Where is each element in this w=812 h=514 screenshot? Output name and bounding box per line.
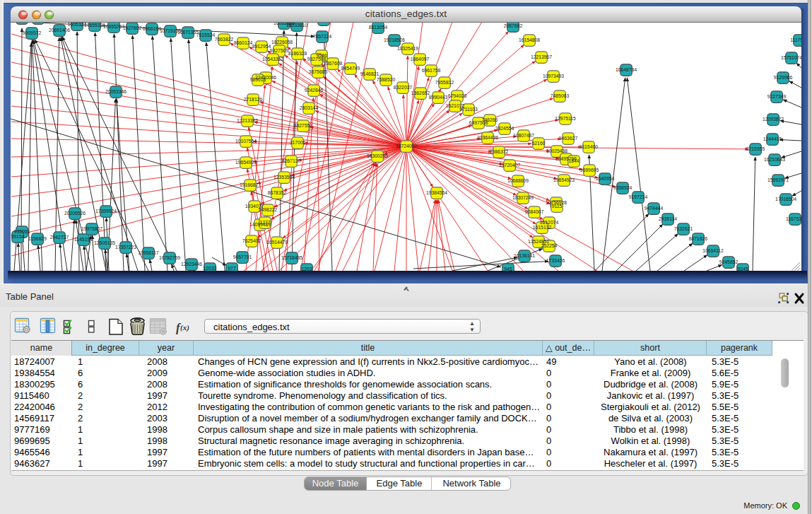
- svg-text:10107554: 10107554: [235, 139, 257, 144]
- svg-text:252254: 252254: [541, 243, 558, 248]
- svg-text:989013: 989013: [250, 77, 266, 82]
- svg-text:9129966: 9129966: [774, 75, 793, 80]
- svg-text:20053346: 20053346: [105, 89, 126, 94]
- svg-text:20691406: 20691406: [49, 28, 70, 33]
- svg-text:8186328: 8186328: [288, 51, 307, 56]
- svg-text:39154: 39154: [11, 234, 25, 239]
- svg-text:18226058: 18226058: [271, 40, 293, 45]
- svg-text:17655326: 17655326: [84, 23, 105, 28]
- svg-text:10543362: 10543362: [262, 57, 283, 62]
- svg-text:16154808: 16154808: [519, 37, 540, 42]
- svg-text:12213967: 12213967: [531, 54, 552, 59]
- svg-text:18300295: 18300295: [367, 153, 388, 158]
- svg-text:8990443: 8990443: [429, 95, 448, 100]
- svg-text:16210643: 16210643: [764, 157, 785, 162]
- svg-text:15720407: 15720407: [499, 163, 520, 168]
- svg-text:16648784: 16648784: [616, 67, 637, 72]
- svg-text:12353594: 12353594: [273, 175, 295, 180]
- svg-text:1156829: 1156829: [28, 236, 47, 241]
- svg-text:7485063: 7485063: [551, 93, 570, 98]
- svg-text:7857224: 7857224: [313, 34, 332, 39]
- svg-text:15716485: 15716485: [281, 255, 302, 260]
- svg-text:18325419: 18325419: [397, 46, 418, 51]
- svg-text:1864097: 1864097: [411, 57, 430, 62]
- svg-text:1640954: 1640954: [596, 176, 615, 181]
- svg-text:8678352: 8678352: [268, 190, 287, 195]
- svg-text:1203: 1203: [301, 267, 312, 271]
- svg-text:9197214: 9197214: [629, 194, 648, 199]
- svg-text:16136141: 16136141: [514, 253, 535, 258]
- svg-text:9084067: 9084067: [525, 209, 544, 214]
- svg-text:10807487: 10807487: [513, 133, 534, 138]
- svg-text:317006: 317006: [290, 140, 306, 145]
- svg-text:19218506: 19218506: [384, 37, 405, 42]
- svg-text:6961758: 6961758: [422, 68, 441, 73]
- svg-text:10025438: 10025438: [546, 148, 567, 153]
- svg-text:8267130: 8267130: [282, 158, 301, 163]
- svg-text:2803144: 2803144: [300, 105, 319, 110]
- svg-text:2935114: 2935114: [659, 216, 677, 221]
- svg-text:10654112: 10654112: [702, 248, 724, 253]
- svg-text:18307249: 18307249: [512, 195, 534, 200]
- svg-text:10688609: 10688609: [507, 178, 529, 183]
- svg-text:935061: 935061: [14, 229, 30, 234]
- svg-text:2942737: 2942737: [50, 235, 69, 240]
- svg-text:(x): (x): [180, 323, 189, 332]
- svg-text:7632621: 7632621: [674, 226, 693, 231]
- svg-text:7515524: 7515524: [196, 33, 216, 37]
- svg-text:9242845: 9242845: [305, 88, 324, 93]
- svg-text:1244415: 1244415: [763, 136, 782, 141]
- svg-text:15692971: 15692971: [767, 177, 789, 182]
- svg-text:9115: 9115: [552, 204, 563, 209]
- svg-text:1733426: 1733426: [546, 258, 565, 263]
- svg-text:12093872: 12093872: [763, 117, 784, 122]
- svg-text:8322037: 8322037: [394, 85, 413, 90]
- svg-text:1277: 1277: [259, 220, 270, 225]
- svg-text:19975867: 19975867: [81, 226, 102, 231]
- svg-text:1527602: 1527602: [123, 25, 142, 30]
- svg-text:1844: 1844: [568, 158, 579, 163]
- svg-text:9463627: 9463627: [559, 136, 578, 141]
- svg-text:9146821: 9146821: [360, 71, 379, 76]
- svg-text:1167533: 1167533: [786, 216, 801, 221]
- svg-text:19654923: 19654923: [553, 177, 575, 182]
- svg-text:12213382: 12213382: [237, 118, 258, 123]
- svg-text:9711103: 9711103: [459, 107, 478, 112]
- svg-text:9005572: 9005572: [23, 30, 42, 35]
- svg-text:2087682: 2087682: [504, 23, 523, 28]
- svg-text:9699695: 9699695: [580, 168, 599, 173]
- svg-text:1612074: 1612074: [540, 220, 559, 225]
- svg-text:10973493: 10973493: [543, 74, 564, 78]
- svg-text:9358924: 9358924: [613, 185, 632, 190]
- svg-text:8471626: 8471626: [689, 236, 708, 241]
- svg-text:7588520: 7588520: [377, 77, 396, 82]
- svg-text:10655267: 10655267: [103, 24, 124, 29]
- svg-text:12033: 12033: [204, 266, 217, 271]
- svg-text:12975115: 12975115: [555, 116, 576, 121]
- svg-text:8660124: 8660124: [234, 40, 253, 45]
- svg-text:6966160: 6966160: [143, 26, 162, 31]
- svg-text:16033810: 16033810: [286, 23, 307, 28]
- svg-text:20206526: 20206526: [64, 211, 86, 216]
- svg-text:12923446: 12923446: [181, 262, 202, 267]
- svg-text:7986372: 7986372: [490, 149, 509, 154]
- svg-text:1362652: 1362652: [411, 90, 430, 95]
- svg-text:20364436: 20364436: [477, 135, 498, 140]
- svg-text:62160: 62160: [532, 141, 546, 146]
- svg-text:1615132: 1615132: [533, 225, 552, 230]
- svg-text:10958117: 10958117: [138, 250, 159, 255]
- svg-text:9327509: 9327509: [270, 48, 289, 53]
- svg-text:9245: 9245: [737, 267, 748, 271]
- svg-text:16782759: 16782759: [159, 255, 180, 260]
- svg-text:8427552: 8427552: [294, 123, 313, 128]
- svg-text:7625402: 7625402: [242, 238, 261, 243]
- svg-text:18724007: 18724007: [396, 144, 417, 148]
- svg-text:9115460: 9115460: [579, 144, 598, 149]
- svg-text:12505135: 12505135: [94, 240, 115, 245]
- svg-text:8454749: 8454749: [341, 66, 360, 71]
- svg-text:19166827: 19166827: [240, 182, 261, 187]
- svg-text:17357223: 17357223: [115, 245, 136, 250]
- svg-text:1145194: 1145194: [74, 237, 93, 242]
- svg-text:8215955: 8215955: [746, 146, 765, 151]
- svg-text:8912954: 8912954: [252, 44, 271, 49]
